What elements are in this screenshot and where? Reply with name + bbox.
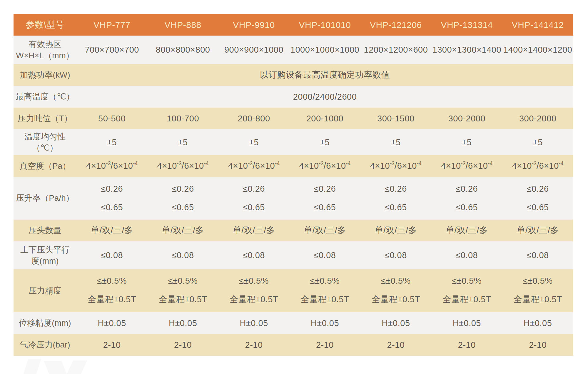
value-bottom: 全量程±0.5T — [372, 294, 420, 305]
value-top: ≤0.26 — [243, 184, 265, 194]
row-label: 压力吨位（T） — [14, 108, 76, 129]
cell-value: 单/双/三/多 — [431, 220, 502, 241]
cell-value: ≤0.08 — [147, 241, 218, 269]
vacuum-exp1: -3 — [177, 161, 182, 167]
cell-vacuum-value: 4×10-3/6×10-4 — [289, 155, 360, 177]
row-ram-parallelism: 上下压头平行 度(mm) ≤0.08 ≤0.08 ≤0.08 ≤0.08 ≤0.… — [14, 241, 573, 269]
vacuum-base2: /6×10 — [182, 161, 204, 171]
cell-value: H±0.05 — [431, 312, 502, 334]
value-top: ≤±0.5% — [239, 276, 269, 286]
model-header-vhp-101010: VHP-101010 — [289, 14, 360, 36]
value-bottom: 全量程±0.5T — [159, 294, 207, 305]
row-label: 加热功率(kW) — [14, 64, 76, 86]
value-top: ≤±0.5% — [97, 276, 127, 286]
cell-value: ≤0.08 — [502, 241, 573, 269]
row-label-line2: 度(mm) — [31, 255, 59, 267]
cell-value: ≤0.08 — [360, 241, 431, 269]
value-bottom: ≤0.65 — [456, 203, 478, 212]
vacuum-base1: 4×10 — [441, 161, 461, 171]
vacuum-exp2: -4 — [417, 161, 422, 167]
vacuum-exp1: -3 — [390, 161, 395, 167]
value-top: ≤0.26 — [456, 184, 478, 194]
cell-dual-value: ≤±0.5% 全量程±0.5T — [289, 269, 360, 312]
value-top: ≤0.26 — [172, 184, 194, 194]
cell-value: 300-2000 — [431, 108, 502, 129]
row-label-line1: 上下压头平行 — [20, 244, 70, 255]
vacuum-exp2: -4 — [204, 161, 209, 167]
row-label-line1: 有效热区 — [29, 39, 61, 50]
value-top: ≤±0.5% — [310, 276, 340, 286]
value-bottom: ≤0.65 — [527, 203, 549, 212]
value-top: ≤0.26 — [314, 184, 336, 194]
cell-dual-value: ≤0.26 ≤0.65 — [431, 177, 502, 220]
row-label: 最高温度（℃） — [14, 86, 76, 108]
value-bottom: 全量程±0.5T — [514, 294, 562, 305]
cell-value: ±5 — [360, 129, 431, 155]
cell-dual-value: ≤±0.5% 全量程±0.5T — [147, 269, 218, 312]
vacuum-base2: /6×10 — [253, 161, 275, 171]
cell-value: 1400×1400×1200 — [502, 36, 573, 64]
row-heating-power: 加热功率(kW) 以订购设备最高温度确定功率数值 — [14, 64, 573, 86]
cell-vacuum-value: 4×10-3/6×10-4 — [218, 155, 289, 177]
vacuum-base1: 4×10 — [370, 161, 390, 171]
value-top: ≤±0.5% — [381, 276, 411, 286]
value-top: ≤±0.5% — [168, 276, 198, 286]
cell-value: ≤0.08 — [431, 241, 502, 269]
value-top: ≤0.26 — [101, 184, 123, 194]
value-top: ≤0.26 — [385, 184, 407, 194]
value-bottom: 全量程±0.5T — [301, 294, 349, 305]
vacuum-base1: 4×10 — [299, 161, 319, 171]
cell-dual-value: ≤±0.5% 全量程±0.5T — [360, 269, 431, 312]
cell-value: ≤0.08 — [76, 241, 147, 269]
row-pressure-rise-rate: 压升率（Pa/h） ≤0.26 ≤0.65 ≤0.26 ≤0.65 ≤0.26 … — [14, 177, 573, 220]
cell-value: 300-2000 — [502, 108, 573, 129]
cell-value: 单/双/三/多 — [76, 220, 147, 241]
cell-value: 单/双/三/多 — [289, 220, 360, 241]
vacuum-exp1: -3 — [319, 161, 324, 167]
vacuum-base1: 4×10 — [512, 161, 532, 171]
cell-value: ±5 — [502, 129, 573, 155]
cell-span-value: 以订购设备最高温度确定功率数值 — [76, 64, 573, 86]
cell-value: H±0.05 — [147, 312, 218, 334]
cell-value: 100-700 — [147, 108, 218, 129]
vacuum-exp2: -4 — [275, 161, 280, 167]
model-header-vhp-888: VHP-888 — [147, 14, 218, 36]
row-label: 位移精度(mm) — [14, 312, 76, 334]
cell-value: ±5 — [289, 129, 360, 155]
cell-value: ±5 — [431, 129, 502, 155]
row-label-line2: W×H×L（mm） — [16, 50, 74, 61]
cell-value: H±0.05 — [289, 312, 360, 334]
vacuum-base2: /6×10 — [537, 161, 559, 171]
cell-vacuum-value: 4×10-3/6×10-4 — [147, 155, 218, 177]
row-displacement-accuracy: 位移精度(mm) H±0.05 H±0.05 H±0.05 H±0.05 H±0… — [14, 312, 573, 334]
value-bottom: 全量程±0.5T — [230, 294, 278, 305]
row-label: 压升率（Pa/h） — [14, 177, 76, 220]
cell-dual-value: ≤±0.5% 全量程±0.5T — [502, 269, 573, 312]
vacuum-exp2: -4 — [133, 161, 138, 167]
vacuum-exp1: -3 — [532, 161, 537, 167]
cell-dual-value: ≤0.26 ≤0.65 — [502, 177, 573, 220]
vacuum-base1: 4×10 — [228, 161, 248, 171]
value-top: ≤±0.5% — [452, 276, 482, 286]
value-bottom: ≤0.65 — [314, 203, 336, 212]
cell-value: 1300×1300×1400 — [431, 36, 502, 64]
row-label: 压力精度 — [14, 269, 76, 312]
model-header-vhp-9910: VHP-9910 — [218, 14, 289, 36]
cell-dual-value: ≤0.26 ≤0.65 — [360, 177, 431, 220]
row-label-line1: 温度均匀性 — [24, 131, 66, 142]
row-label: 上下压头平行 度(mm) — [14, 241, 76, 269]
value-top: ≤±0.5% — [523, 276, 553, 286]
cell-value: H±0.05 — [360, 312, 431, 334]
row-label: 有效热区 W×H×L（mm） — [14, 36, 76, 64]
row-ram-count: 压头数量 单/双/三/多 单/双/三/多 单/双/三/多 单/双/三/多 单/双… — [14, 220, 573, 241]
value-bottom: ≤0.65 — [101, 203, 123, 212]
vacuum-base2: /6×10 — [395, 161, 417, 171]
vacuum-base2: /6×10 — [466, 161, 488, 171]
cell-value: ≤0.08 — [289, 241, 360, 269]
cell-dual-value: ≤±0.5% 全量程±0.5T — [218, 269, 289, 312]
row-max-temperature: 最高温度（℃） 2000/2400/2600 — [14, 86, 573, 108]
row-pressure-tonnage: 压力吨位（T） 50-500 100-700 200-800 200-1000 … — [14, 108, 573, 129]
header-param-label: 参数\型号 — [14, 14, 76, 36]
cell-value: 单/双/三/多 — [502, 220, 573, 241]
watermark — [26, 357, 96, 375]
